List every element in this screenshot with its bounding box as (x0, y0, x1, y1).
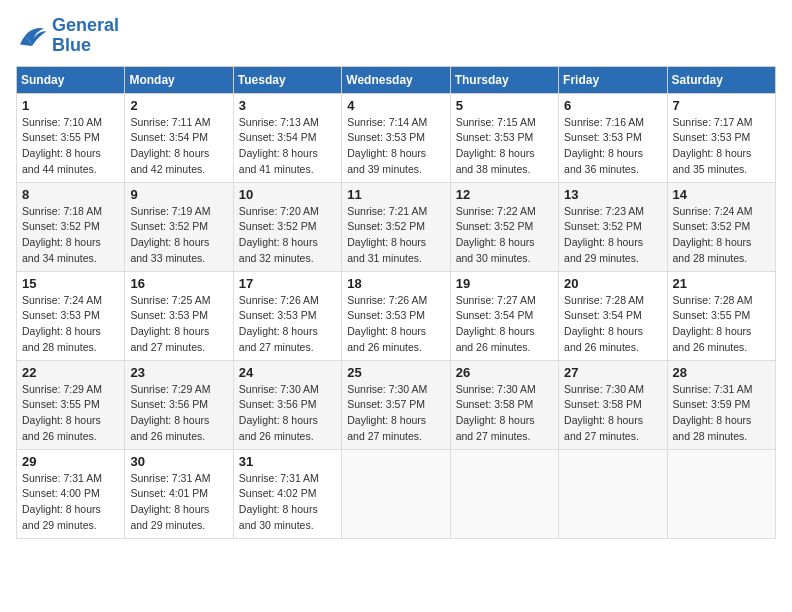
day-number: 3 (239, 98, 336, 113)
calendar-cell: 15 Sunrise: 7:24 AMSunset: 3:53 PMDaylig… (17, 271, 125, 360)
day-info: Sunrise: 7:31 AMSunset: 3:59 PMDaylight:… (673, 382, 770, 445)
day-number: 2 (130, 98, 227, 113)
day-info: Sunrise: 7:24 AMSunset: 3:52 PMDaylight:… (673, 204, 770, 267)
calendar-cell: 17 Sunrise: 7:26 AMSunset: 3:53 PMDaylig… (233, 271, 341, 360)
logo-icon (16, 22, 48, 50)
day-info: Sunrise: 7:17 AMSunset: 3:53 PMDaylight:… (673, 115, 770, 178)
calendar-cell (667, 449, 775, 538)
calendar-week-row: 1 Sunrise: 7:10 AMSunset: 3:55 PMDayligh… (17, 93, 776, 182)
day-info: Sunrise: 7:24 AMSunset: 3:53 PMDaylight:… (22, 293, 119, 356)
day-number: 12 (456, 187, 553, 202)
calendar-cell: 1 Sunrise: 7:10 AMSunset: 3:55 PMDayligh… (17, 93, 125, 182)
calendar-cell: 10 Sunrise: 7:20 AMSunset: 3:52 PMDaylig… (233, 182, 341, 271)
day-info: Sunrise: 7:20 AMSunset: 3:52 PMDaylight:… (239, 204, 336, 267)
calendar-cell: 13 Sunrise: 7:23 AMSunset: 3:52 PMDaylig… (559, 182, 667, 271)
weekday-header: Saturday (667, 66, 775, 93)
day-info: Sunrise: 7:30 AMSunset: 3:57 PMDaylight:… (347, 382, 444, 445)
day-number: 5 (456, 98, 553, 113)
day-info: Sunrise: 7:30 AMSunset: 3:56 PMDaylight:… (239, 382, 336, 445)
calendar-table: SundayMondayTuesdayWednesdayThursdayFrid… (16, 66, 776, 539)
day-info: Sunrise: 7:30 AMSunset: 3:58 PMDaylight:… (564, 382, 661, 445)
day-number: 23 (130, 365, 227, 380)
day-info: Sunrise: 7:14 AMSunset: 3:53 PMDaylight:… (347, 115, 444, 178)
calendar-cell: 29 Sunrise: 7:31 AMSunset: 4:00 PMDaylig… (17, 449, 125, 538)
day-number: 26 (456, 365, 553, 380)
day-number: 22 (22, 365, 119, 380)
calendar-cell (559, 449, 667, 538)
day-number: 20 (564, 276, 661, 291)
day-info: Sunrise: 7:28 AMSunset: 3:54 PMDaylight:… (564, 293, 661, 356)
calendar-week-row: 22 Sunrise: 7:29 AMSunset: 3:55 PMDaylig… (17, 360, 776, 449)
day-number: 25 (347, 365, 444, 380)
day-number: 15 (22, 276, 119, 291)
day-number: 9 (130, 187, 227, 202)
day-info: Sunrise: 7:28 AMSunset: 3:55 PMDaylight:… (673, 293, 770, 356)
calendar-cell: 18 Sunrise: 7:26 AMSunset: 3:53 PMDaylig… (342, 271, 450, 360)
day-number: 29 (22, 454, 119, 469)
calendar-cell: 23 Sunrise: 7:29 AMSunset: 3:56 PMDaylig… (125, 360, 233, 449)
day-info: Sunrise: 7:26 AMSunset: 3:53 PMDaylight:… (239, 293, 336, 356)
calendar-cell: 3 Sunrise: 7:13 AMSunset: 3:54 PMDayligh… (233, 93, 341, 182)
weekday-header: Thursday (450, 66, 558, 93)
day-info: Sunrise: 7:31 AMSunset: 4:01 PMDaylight:… (130, 471, 227, 534)
day-info: Sunrise: 7:30 AMSunset: 3:58 PMDaylight:… (456, 382, 553, 445)
day-info: Sunrise: 7:23 AMSunset: 3:52 PMDaylight:… (564, 204, 661, 267)
calendar-cell: 2 Sunrise: 7:11 AMSunset: 3:54 PMDayligh… (125, 93, 233, 182)
calendar-cell: 16 Sunrise: 7:25 AMSunset: 3:53 PMDaylig… (125, 271, 233, 360)
calendar-header-row: SundayMondayTuesdayWednesdayThursdayFrid… (17, 66, 776, 93)
day-info: Sunrise: 7:16 AMSunset: 3:53 PMDaylight:… (564, 115, 661, 178)
logo-text: General Blue (52, 16, 119, 56)
calendar-cell: 22 Sunrise: 7:29 AMSunset: 3:55 PMDaylig… (17, 360, 125, 449)
day-info: Sunrise: 7:10 AMSunset: 3:55 PMDaylight:… (22, 115, 119, 178)
day-number: 8 (22, 187, 119, 202)
day-number: 6 (564, 98, 661, 113)
calendar-cell: 6 Sunrise: 7:16 AMSunset: 3:53 PMDayligh… (559, 93, 667, 182)
day-info: Sunrise: 7:19 AMSunset: 3:52 PMDaylight:… (130, 204, 227, 267)
calendar-cell: 20 Sunrise: 7:28 AMSunset: 3:54 PMDaylig… (559, 271, 667, 360)
calendar-cell: 19 Sunrise: 7:27 AMSunset: 3:54 PMDaylig… (450, 271, 558, 360)
day-number: 19 (456, 276, 553, 291)
day-info: Sunrise: 7:26 AMSunset: 3:53 PMDaylight:… (347, 293, 444, 356)
calendar-cell (342, 449, 450, 538)
day-number: 13 (564, 187, 661, 202)
day-number: 28 (673, 365, 770, 380)
day-number: 11 (347, 187, 444, 202)
calendar-cell: 24 Sunrise: 7:30 AMSunset: 3:56 PMDaylig… (233, 360, 341, 449)
calendar-week-row: 8 Sunrise: 7:18 AMSunset: 3:52 PMDayligh… (17, 182, 776, 271)
weekday-header: Tuesday (233, 66, 341, 93)
weekday-header: Wednesday (342, 66, 450, 93)
day-number: 24 (239, 365, 336, 380)
day-info: Sunrise: 7:31 AMSunset: 4:02 PMDaylight:… (239, 471, 336, 534)
day-number: 16 (130, 276, 227, 291)
day-info: Sunrise: 7:27 AMSunset: 3:54 PMDaylight:… (456, 293, 553, 356)
day-number: 7 (673, 98, 770, 113)
calendar-cell: 31 Sunrise: 7:31 AMSunset: 4:02 PMDaylig… (233, 449, 341, 538)
day-number: 17 (239, 276, 336, 291)
calendar-cell: 28 Sunrise: 7:31 AMSunset: 3:59 PMDaylig… (667, 360, 775, 449)
calendar-cell: 14 Sunrise: 7:24 AMSunset: 3:52 PMDaylig… (667, 182, 775, 271)
calendar-cell: 26 Sunrise: 7:30 AMSunset: 3:58 PMDaylig… (450, 360, 558, 449)
calendar-cell: 25 Sunrise: 7:30 AMSunset: 3:57 PMDaylig… (342, 360, 450, 449)
day-number: 30 (130, 454, 227, 469)
calendar-cell: 12 Sunrise: 7:22 AMSunset: 3:52 PMDaylig… (450, 182, 558, 271)
day-info: Sunrise: 7:13 AMSunset: 3:54 PMDaylight:… (239, 115, 336, 178)
weekday-header: Sunday (17, 66, 125, 93)
calendar-cell: 5 Sunrise: 7:15 AMSunset: 3:53 PMDayligh… (450, 93, 558, 182)
day-info: Sunrise: 7:18 AMSunset: 3:52 PMDaylight:… (22, 204, 119, 267)
day-info: Sunrise: 7:11 AMSunset: 3:54 PMDaylight:… (130, 115, 227, 178)
calendar-week-row: 15 Sunrise: 7:24 AMSunset: 3:53 PMDaylig… (17, 271, 776, 360)
page-header: General Blue (16, 16, 776, 56)
calendar-cell: 21 Sunrise: 7:28 AMSunset: 3:55 PMDaylig… (667, 271, 775, 360)
day-info: Sunrise: 7:29 AMSunset: 3:55 PMDaylight:… (22, 382, 119, 445)
calendar-cell: 9 Sunrise: 7:19 AMSunset: 3:52 PMDayligh… (125, 182, 233, 271)
day-number: 1 (22, 98, 119, 113)
day-number: 31 (239, 454, 336, 469)
logo: General Blue (16, 16, 119, 56)
day-info: Sunrise: 7:15 AMSunset: 3:53 PMDaylight:… (456, 115, 553, 178)
calendar-week-row: 29 Sunrise: 7:31 AMSunset: 4:00 PMDaylig… (17, 449, 776, 538)
calendar-cell: 30 Sunrise: 7:31 AMSunset: 4:01 PMDaylig… (125, 449, 233, 538)
calendar-cell: 7 Sunrise: 7:17 AMSunset: 3:53 PMDayligh… (667, 93, 775, 182)
day-number: 18 (347, 276, 444, 291)
day-number: 27 (564, 365, 661, 380)
day-number: 14 (673, 187, 770, 202)
